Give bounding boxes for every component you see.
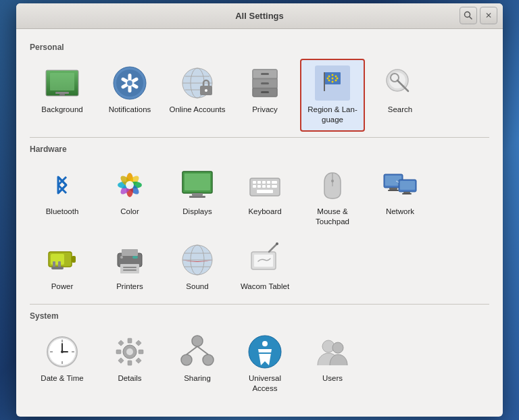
item-network[interactable]: Network <box>368 161 432 234</box>
svg-point-72 <box>331 180 334 182</box>
color-icon <box>112 167 147 203</box>
item-search[interactable]: Search <box>368 59 432 132</box>
svg-rect-63 <box>267 181 270 184</box>
svg-rect-93 <box>132 256 138 259</box>
users-label: Users <box>322 373 343 384</box>
svg-rect-117 <box>116 350 121 354</box>
svg-rect-60 <box>253 181 256 184</box>
svg-rect-58 <box>189 196 205 198</box>
item-users[interactable]: Users <box>300 327 365 400</box>
online-accounts-label: Online Accounts <box>169 105 225 115</box>
privacy-icon <box>247 65 282 101</box>
mouse-icon <box>315 167 350 203</box>
svg-point-112 <box>61 350 64 353</box>
svg-point-31 <box>328 75 330 77</box>
search-button[interactable] <box>460 7 477 24</box>
sound-label: Sound <box>186 282 208 292</box>
svg-rect-78 <box>400 181 415 190</box>
svg-rect-91 <box>123 267 137 268</box>
region-language-icon <box>315 65 350 101</box>
svg-rect-89 <box>122 249 138 256</box>
svg-rect-90 <box>120 264 139 273</box>
item-displays[interactable]: Displays <box>165 161 230 234</box>
svg-point-34 <box>335 79 337 81</box>
details-icon <box>112 334 147 369</box>
item-notifications[interactable]: Notifications <box>97 59 162 132</box>
users-icon <box>315 334 350 369</box>
svg-rect-101 <box>254 255 273 267</box>
sharing-label: Sharing <box>184 373 211 384</box>
svg-point-30 <box>332 77 334 79</box>
svg-point-38 <box>337 77 339 79</box>
sharing-icon <box>180 334 215 369</box>
main-content: Personal <box>16 29 503 417</box>
item-date-time[interactable]: Date & Time <box>30 327 95 400</box>
date-time-label: Date & Time <box>41 373 83 384</box>
universal-access-label: Universal Access <box>237 373 293 394</box>
wacom-tablet-label: Wacom Tablet <box>241 282 289 292</box>
item-privacy[interactable]: Privacy <box>232 59 297 132</box>
item-region-language[interactable]: Region & Lan­guage <box>300 59 365 132</box>
svg-rect-121 <box>118 358 124 363</box>
svg-line-1 <box>470 17 472 20</box>
svg-line-102 <box>269 244 277 252</box>
svg-point-32 <box>335 75 337 77</box>
item-keyboard[interactable]: Keyboard <box>232 161 297 234</box>
item-details[interactable]: Details <box>97 327 162 400</box>
hardware-items-grid: Bluetooth <box>30 161 489 299</box>
item-sound[interactable]: Sound <box>165 236 230 298</box>
background-label: Background <box>41 105 82 115</box>
search-label: Search <box>388 105 412 115</box>
svg-rect-70 <box>257 190 273 193</box>
item-bluetooth[interactable]: Bluetooth <box>30 161 95 234</box>
displays-label: Displays <box>182 207 212 217</box>
svg-line-127 <box>197 346 208 355</box>
svg-rect-5 <box>50 73 74 90</box>
item-universal-access[interactable]: Universal Access <box>232 327 297 400</box>
svg-point-54 <box>126 181 134 189</box>
svg-point-125 <box>203 355 214 365</box>
svg-rect-57 <box>192 193 203 196</box>
close-button[interactable]: ✕ <box>480 7 497 24</box>
svg-rect-66 <box>257 185 261 188</box>
search-icon <box>464 11 473 20</box>
svg-rect-65 <box>253 185 256 188</box>
svg-rect-80 <box>402 193 412 194</box>
item-sharing[interactable]: Sharing <box>165 327 230 400</box>
svg-rect-67 <box>262 185 266 188</box>
item-printers[interactable]: Printers <box>97 236 162 298</box>
wacom-icon <box>247 242 282 278</box>
svg-rect-62 <box>262 181 266 184</box>
svg-point-20 <box>205 89 207 92</box>
region-language-label: Region & Lan­guage <box>304 105 361 125</box>
item-mouse-touchpad[interactable]: Mouse & Touchpad <box>300 161 365 234</box>
close-icon: ✕ <box>485 11 492 20</box>
svg-point-132 <box>332 342 343 353</box>
details-label: Details <box>118 373 141 384</box>
item-background[interactable]: Background <box>30 59 95 132</box>
item-color[interactable]: Color <box>97 161 162 234</box>
svg-rect-92 <box>123 269 137 271</box>
keyboard-icon <box>247 167 282 203</box>
power-icon <box>45 242 80 278</box>
svg-rect-7 <box>59 94 65 96</box>
system-items-grid: Date & Time <box>30 327 489 400</box>
item-wacom-tablet[interactable]: Wacom Tablet <box>232 236 297 298</box>
hardware-section-label: Hardware <box>30 145 489 154</box>
svg-rect-64 <box>272 181 277 184</box>
svg-point-94 <box>120 256 123 259</box>
svg-point-13 <box>127 80 132 86</box>
svg-point-33 <box>328 79 330 81</box>
item-online-accounts[interactable]: Online Accounts <box>165 59 230 132</box>
notifications-label: Notifications <box>109 105 151 115</box>
item-power[interactable]: Power <box>30 236 95 298</box>
svg-rect-87 <box>51 267 64 269</box>
power-label: Power <box>51 282 74 292</box>
titlebar-controls: ✕ <box>460 7 497 24</box>
svg-rect-116 <box>128 361 132 365</box>
search-settings-icon <box>382 65 418 101</box>
svg-rect-83 <box>72 256 76 263</box>
network-icon <box>382 167 418 203</box>
window-title: All Settings <box>235 11 284 21</box>
printers-label: Printers <box>116 282 143 292</box>
